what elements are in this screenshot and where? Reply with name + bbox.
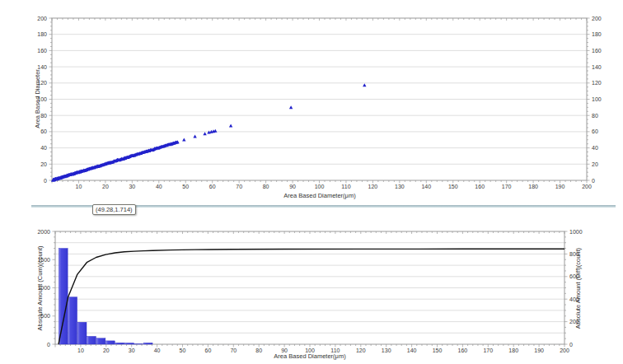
svg-text:150: 150 <box>448 184 458 189</box>
svg-text:30: 30 <box>129 184 135 189</box>
svg-text:170: 170 <box>483 348 493 353</box>
svg-text:40: 40 <box>592 145 598 151</box>
svg-text:60: 60 <box>205 348 212 353</box>
svg-text:150: 150 <box>433 348 443 353</box>
svg-text:50: 50 <box>182 184 189 189</box>
scatter-xaxis-title: Area Based Diameter(μm) <box>283 192 355 199</box>
svg-text:130: 130 <box>382 348 391 353</box>
svg-text:90: 90 <box>289 184 296 189</box>
svg-text:160: 160 <box>37 48 47 54</box>
svg-text:70: 70 <box>230 348 237 353</box>
svg-text:160: 160 <box>458 348 468 353</box>
scatter-yaxis-title: Area Based Diameter <box>34 69 41 128</box>
svg-text:180: 180 <box>37 31 47 37</box>
svg-text:60: 60 <box>40 128 47 134</box>
svg-text:100: 100 <box>592 96 602 102</box>
svg-text:0: 0 <box>44 178 47 184</box>
svg-text:140: 140 <box>407 348 417 353</box>
chart-workspace: 1020304050607080901001101201301401501601… <box>0 0 623 364</box>
svg-text:160: 160 <box>592 48 602 54</box>
svg-text:180: 180 <box>528 184 538 189</box>
svg-text:100: 100 <box>315 184 325 189</box>
svg-text:200: 200 <box>560 348 569 353</box>
svg-text:200: 200 <box>582 184 592 189</box>
svg-text:110: 110 <box>341 184 350 189</box>
histogram-left-yaxis-title: Absolute Amount (Cum)(count) <box>36 246 44 331</box>
svg-text:180: 180 <box>508 348 518 353</box>
svg-text:130: 130 <box>395 184 405 189</box>
svg-text:10: 10 <box>76 184 82 189</box>
histogram-xaxis-title: Area Based Diameter(μm) <box>274 352 345 360</box>
svg-text:30: 30 <box>129 348 135 353</box>
svg-text:40: 40 <box>154 348 161 353</box>
svg-text:20: 20 <box>103 348 110 353</box>
svg-text:120: 120 <box>368 184 378 189</box>
svg-text:70: 70 <box>236 184 242 189</box>
svg-text:80: 80 <box>40 113 47 119</box>
svg-text:140: 140 <box>592 64 602 70</box>
svg-text:140: 140 <box>421 184 431 189</box>
svg-text:0: 0 <box>592 178 595 184</box>
svg-text:190: 190 <box>534 348 544 353</box>
svg-text:180: 180 <box>592 31 602 37</box>
svg-text:200: 200 <box>37 16 47 21</box>
svg-text:80: 80 <box>263 184 269 189</box>
histogram-right-yaxis-title: Absolute Amount (Diff)(count) <box>574 248 582 329</box>
svg-text:120: 120 <box>356 348 366 353</box>
svg-text:40: 40 <box>156 184 162 189</box>
svg-text:200: 200 <box>592 16 602 21</box>
svg-text:0: 0 <box>47 342 50 348</box>
svg-text:60: 60 <box>209 184 216 189</box>
svg-text:1000: 1000 <box>569 229 583 235</box>
svg-text:2000: 2000 <box>37 229 50 235</box>
svg-text:80: 80 <box>592 113 598 119</box>
svg-text:40: 40 <box>40 145 47 151</box>
svg-text:190: 190 <box>555 184 565 189</box>
scatter-chart-canvas[interactable]: 1020304050607080901001101201301401501601… <box>0 0 623 206</box>
svg-text:50: 50 <box>180 348 186 353</box>
svg-text:20: 20 <box>592 161 598 167</box>
svg-text:170: 170 <box>502 184 512 189</box>
svg-text:60: 60 <box>592 128 598 134</box>
histogram-chart-canvas[interactable]: 1020304050607080901001101201301401501601… <box>0 210 623 364</box>
svg-text:20: 20 <box>40 161 47 167</box>
svg-text:0: 0 <box>569 342 573 348</box>
svg-text:80: 80 <box>255 348 262 353</box>
svg-text:120: 120 <box>592 80 602 86</box>
svg-text:160: 160 <box>475 184 485 189</box>
svg-text:20: 20 <box>102 184 109 189</box>
svg-text:10: 10 <box>77 348 84 353</box>
